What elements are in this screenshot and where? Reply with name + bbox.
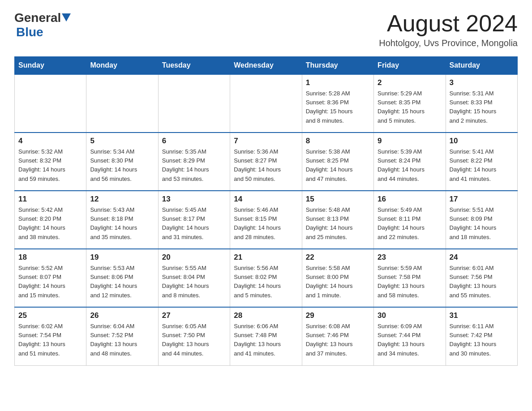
day-number: 15 [306, 195, 370, 204]
month-title: August 2024 [379, 11, 518, 36]
calendar-cell: 9Sunrise: 5:39 AMSunset: 8:24 PMDaylight… [374, 133, 446, 191]
day-info: Sunrise: 5:56 AMSunset: 8:02 PMDaylight:… [234, 264, 298, 300]
day-number: 18 [18, 253, 82, 262]
calendar-cell: 13Sunrise: 5:45 AMSunset: 8:17 PMDayligh… [158, 191, 230, 249]
day-info: Sunrise: 5:41 AMSunset: 8:22 PMDaylight:… [450, 147, 514, 184]
calendar-cell [158, 74, 230, 133]
day-info: Sunrise: 5:55 AMSunset: 8:04 PMDaylight:… [162, 264, 226, 300]
column-header-monday: Monday [86, 57, 158, 75]
day-number: 22 [306, 253, 370, 262]
day-info: Sunrise: 5:53 AMSunset: 8:06 PMDaylight:… [90, 264, 154, 300]
calendar-cell: 7Sunrise: 5:36 AMSunset: 8:27 PMDaylight… [230, 133, 302, 191]
day-info: Sunrise: 6:01 AMSunset: 7:56 PMDaylight:… [450, 264, 514, 300]
calendar-cell: 10Sunrise: 5:41 AMSunset: 8:22 PMDayligh… [446, 133, 517, 191]
day-info: Sunrise: 5:32 AMSunset: 8:32 PMDaylight:… [18, 147, 82, 184]
calendar-cell: 3Sunrise: 5:31 AMSunset: 8:33 PMDaylight… [446, 74, 517, 133]
day-number: 24 [450, 253, 514, 262]
day-number: 14 [234, 195, 298, 204]
calendar-cell: 17Sunrise: 5:51 AMSunset: 8:09 PMDayligh… [446, 191, 517, 249]
column-header-wednesday: Wednesday [230, 57, 302, 75]
column-header-friday: Friday [374, 57, 446, 75]
calendar-cell: 12Sunrise: 5:43 AMSunset: 8:18 PMDayligh… [86, 191, 158, 249]
calendar-cell [230, 74, 302, 133]
calendar-cell: 23Sunrise: 5:59 AMSunset: 7:58 PMDayligh… [374, 249, 446, 307]
day-number: 30 [378, 311, 442, 320]
calendar-header-row: SundayMondayTuesdayWednesdayThursdayFrid… [15, 57, 518, 75]
day-info: Sunrise: 5:52 AMSunset: 8:07 PMDaylight:… [18, 264, 82, 300]
day-number: 9 [378, 137, 442, 146]
day-number: 4 [18, 137, 82, 146]
day-info: Sunrise: 6:06 AMSunset: 7:48 PMDaylight:… [234, 322, 298, 358]
calendar-cell: 1Sunrise: 5:28 AMSunset: 8:36 PMDaylight… [302, 74, 373, 133]
day-number: 23 [378, 253, 442, 262]
calendar-cell: 27Sunrise: 6:05 AMSunset: 7:50 PMDayligh… [158, 307, 230, 365]
calendar-cell: 24Sunrise: 6:01 AMSunset: 7:56 PMDayligh… [446, 249, 517, 307]
calendar-cell: 20Sunrise: 5:55 AMSunset: 8:04 PMDayligh… [158, 249, 230, 307]
day-number: 3 [450, 78, 514, 87]
calendar-cell: 21Sunrise: 5:56 AMSunset: 8:02 PMDayligh… [230, 249, 302, 307]
day-number: 29 [306, 311, 370, 320]
day-number: 13 [162, 195, 226, 204]
calendar-cell: 4Sunrise: 5:32 AMSunset: 8:32 PMDaylight… [15, 133, 86, 191]
day-number: 31 [450, 311, 514, 320]
calendar-cell: 2Sunrise: 5:29 AMSunset: 8:35 PMDaylight… [374, 74, 446, 133]
calendar-cell: 19Sunrise: 5:53 AMSunset: 8:06 PMDayligh… [86, 249, 158, 307]
calendar-cell [15, 74, 86, 133]
day-info: Sunrise: 5:35 AMSunset: 8:29 PMDaylight:… [162, 147, 226, 184]
day-info: Sunrise: 5:34 AMSunset: 8:30 PMDaylight:… [90, 147, 154, 184]
calendar-cell: 25Sunrise: 6:02 AMSunset: 7:54 PMDayligh… [15, 307, 86, 365]
day-info: Sunrise: 5:49 AMSunset: 8:11 PMDaylight:… [378, 206, 442, 242]
day-info: Sunrise: 6:05 AMSunset: 7:50 PMDaylight:… [162, 322, 226, 358]
logo-blue-text: Blue [16, 25, 43, 39]
calendar-week-row: 18Sunrise: 5:52 AMSunset: 8:07 PMDayligh… [15, 249, 518, 307]
day-info: Sunrise: 5:45 AMSunset: 8:17 PMDaylight:… [162, 206, 226, 242]
day-number: 19 [90, 253, 154, 262]
location-subtitle: Hohtolgoy, Uvs Province, Mongolia [379, 38, 518, 48]
day-number: 1 [306, 78, 370, 87]
calendar-cell: 26Sunrise: 6:04 AMSunset: 7:52 PMDayligh… [86, 307, 158, 365]
day-info: Sunrise: 5:42 AMSunset: 8:20 PMDaylight:… [18, 206, 82, 242]
calendar-cell: 30Sunrise: 6:09 AMSunset: 7:44 PMDayligh… [374, 307, 446, 365]
title-area: August 2024 Hohtolgoy, Uvs Province, Mon… [379, 11, 518, 48]
logo-general-text: General [14, 11, 61, 25]
day-number: 10 [450, 137, 514, 146]
calendar-cell: 28Sunrise: 6:06 AMSunset: 7:48 PMDayligh… [230, 307, 302, 365]
calendar-cell: 29Sunrise: 6:08 AMSunset: 7:46 PMDayligh… [302, 307, 373, 365]
calendar-table: SundayMondayTuesdayWednesdayThursdayFrid… [14, 56, 518, 366]
day-number: 6 [162, 137, 226, 146]
calendar-week-row: 11Sunrise: 5:42 AMSunset: 8:20 PMDayligh… [15, 191, 518, 249]
day-info: Sunrise: 5:29 AMSunset: 8:35 PMDaylight:… [378, 89, 442, 125]
calendar-cell: 6Sunrise: 5:35 AMSunset: 8:29 PMDaylight… [158, 133, 230, 191]
calendar-cell: 31Sunrise: 6:11 AMSunset: 7:42 PMDayligh… [446, 307, 517, 365]
day-info: Sunrise: 5:58 AMSunset: 8:00 PMDaylight:… [306, 264, 370, 300]
day-number: 8 [306, 137, 370, 146]
column-header-sunday: Sunday [15, 57, 86, 75]
day-info: Sunrise: 5:46 AMSunset: 8:15 PMDaylight:… [234, 206, 298, 242]
day-info: Sunrise: 5:43 AMSunset: 8:18 PMDaylight:… [90, 206, 154, 242]
logo: General Blue [14, 11, 71, 39]
calendar-cell: 14Sunrise: 5:46 AMSunset: 8:15 PMDayligh… [230, 191, 302, 249]
calendar-week-row: 4Sunrise: 5:32 AMSunset: 8:32 PMDaylight… [15, 133, 518, 191]
day-number: 16 [378, 195, 442, 204]
day-number: 7 [234, 137, 298, 146]
logo-triangle-icon [62, 13, 71, 21]
calendar-cell [86, 74, 158, 133]
calendar-cell: 8Sunrise: 5:38 AMSunset: 8:25 PMDaylight… [302, 133, 373, 191]
day-number: 27 [162, 311, 226, 320]
calendar-cell: 11Sunrise: 5:42 AMSunset: 8:20 PMDayligh… [15, 191, 86, 249]
day-info: Sunrise: 5:48 AMSunset: 8:13 PMDaylight:… [306, 206, 370, 242]
day-info: Sunrise: 6:11 AMSunset: 7:42 PMDaylight:… [450, 322, 514, 358]
day-info: Sunrise: 5:38 AMSunset: 8:25 PMDaylight:… [306, 147, 370, 184]
day-info: Sunrise: 5:59 AMSunset: 7:58 PMDaylight:… [378, 264, 442, 300]
day-number: 12 [90, 195, 154, 204]
calendar-cell: 22Sunrise: 5:58 AMSunset: 8:00 PMDayligh… [302, 249, 373, 307]
day-number: 26 [90, 311, 154, 320]
calendar-cell: 5Sunrise: 5:34 AMSunset: 8:30 PMDaylight… [86, 133, 158, 191]
calendar-week-row: 1Sunrise: 5:28 AMSunset: 8:36 PMDaylight… [15, 74, 518, 133]
column-header-saturday: Saturday [446, 57, 517, 75]
day-info: Sunrise: 5:39 AMSunset: 8:24 PMDaylight:… [378, 147, 442, 184]
column-header-tuesday: Tuesday [158, 57, 230, 75]
day-info: Sunrise: 6:02 AMSunset: 7:54 PMDaylight:… [18, 322, 82, 358]
day-number: 20 [162, 253, 226, 262]
day-number: 5 [90, 137, 154, 146]
